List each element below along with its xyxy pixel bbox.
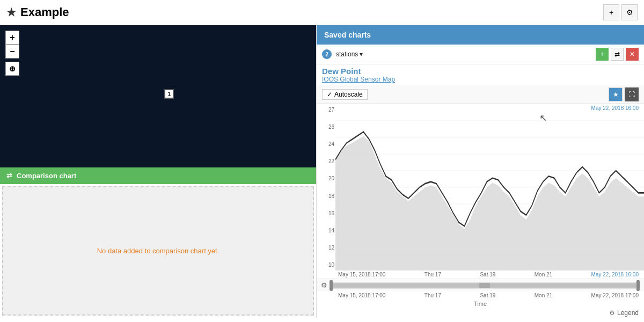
- stations-text: stations: [336, 50, 358, 58]
- x-label-mon21: Mon 21: [535, 272, 552, 277]
- chart-add-button[interactable]: +: [596, 48, 609, 61]
- x-bottom-mon21: Mon 21: [535, 292, 552, 298]
- range-slider[interactable]: [330, 282, 640, 289]
- y-label-24: 24: [317, 141, 334, 147]
- page-title: ★ Example: [6, 5, 69, 19]
- star-icon: ★: [6, 6, 16, 19]
- chart-top-right: + ⇄ ✕: [596, 48, 639, 61]
- station-badge: 2: [322, 49, 332, 59]
- legend-label: Legend: [617, 309, 639, 317]
- svg-marker-9: [335, 136, 644, 270]
- chart-title: Dew Point: [322, 67, 639, 76]
- y-label-10: 10: [317, 262, 334, 268]
- x-bottom-may15: May 15, 2018 17:00: [338, 292, 385, 298]
- x-label-thu17: Thu 17: [425, 272, 441, 277]
- x-bottom-sat19: Sat 19: [480, 292, 495, 298]
- range-center-handle[interactable]: [479, 283, 490, 288]
- chart-title-row: Dew Point IOOS Global Sensor Map: [317, 64, 644, 85]
- left-panel: + − ⊕ 1 ⇄ Comparison chart No data added…: [0, 25, 317, 318]
- chart-close-button[interactable]: ✕: [626, 48, 639, 61]
- zoom-box-button[interactable]: ⊕: [5, 62, 19, 76]
- chart-subtitle[interactable]: IOOS Global Sensor Map: [322, 76, 639, 83]
- x-axis-top-labels: May 15, 2018 17:00 Thu 17 Sat 19 Mon 21 …: [317, 270, 644, 279]
- stations-label[interactable]: stations ▾: [336, 50, 363, 58]
- x-label-may22-end: May 22, 2018 16:00: [591, 272, 639, 277]
- saved-charts-header: Saved charts: [317, 25, 644, 45]
- top-bar: ★ Example + ⚙: [0, 0, 644, 25]
- top-actions: + ⚙: [603, 4, 638, 20]
- range-gear-icon[interactable]: ⚙: [321, 281, 327, 289]
- main-content: + − ⊕ 1 ⇄ Comparison chart No data added…: [0, 25, 644, 318]
- y-label-16: 16: [317, 210, 334, 216]
- legend-row: ⚙ Legend: [317, 308, 644, 318]
- y-label-27: 27: [317, 107, 334, 113]
- autoscale-label: Autoscale: [334, 91, 363, 98]
- chart-section: 2 stations ▾ + ⇄ ✕ Dew Point IOOS Global…: [317, 45, 644, 318]
- map-marker[interactable]: 1: [164, 89, 174, 99]
- chart-shuffle-button[interactable]: ⇄: [611, 48, 624, 61]
- chart-svg: [335, 104, 644, 270]
- y-label-20: 20: [317, 175, 334, 181]
- x-bottom-may22: May 22, 2018 17:00: [591, 292, 639, 298]
- autoscale-button[interactable]: ✓ Autoscale: [322, 89, 368, 100]
- y-label-18: 18: [317, 193, 334, 199]
- map-controls: + − ⊕: [5, 31, 19, 76]
- x-bottom-thu17: Thu 17: [425, 292, 441, 298]
- y-label-12: 12: [317, 245, 334, 251]
- range-handle-right[interactable]: [636, 280, 640, 291]
- y-label-14: 14: [317, 228, 334, 233]
- x-axis-bottom-labels: May 15, 2018 17:00 Thu 17 Sat 19 Mon 21 …: [317, 291, 644, 299]
- comparison-panel: ⇄ Comparison chart No data added to comp…: [0, 167, 316, 318]
- right-panel: Saved charts 2 stations ▾ + ⇄ ✕: [317, 25, 644, 318]
- toolbar-right: ★ ⛶: [609, 87, 639, 101]
- add-button[interactable]: +: [603, 4, 619, 20]
- chart-area: ↖ 27 26 24 22 20 18 16 14 12 10 May 22, …: [317, 104, 644, 270]
- zoom-out-button[interactable]: −: [5, 45, 19, 58]
- chart-top-bar: 2 stations ▾ + ⇄ ✕: [317, 45, 644, 64]
- legend-gear-icon: ⚙: [609, 309, 615, 317]
- range-handle-left[interactable]: [330, 280, 333, 291]
- title-text: Example: [20, 5, 69, 19]
- chart-range-bar[interactable]: ⚙: [317, 279, 644, 291]
- settings-button[interactable]: ⚙: [621, 4, 638, 20]
- chart-toolbar: ✓ Autoscale ★ ⛶: [317, 85, 644, 104]
- comparison-icon: ⇄: [6, 172, 12, 180]
- expand-button[interactable]: ⛶: [625, 87, 639, 101]
- comparison-empty-text: No data added to comparison chart yet.: [97, 247, 219, 255]
- zoom-in-button[interactable]: +: [5, 31, 19, 45]
- x-label-may15: May 15, 2018 17:00: [338, 272, 385, 277]
- comparison-header: ⇄ Comparison chart: [0, 167, 316, 184]
- map-container: + − ⊕ 1: [0, 25, 316, 167]
- comparison-title: Comparison chart: [17, 172, 76, 180]
- comparison-body: No data added to comparison chart yet.: [2, 186, 314, 316]
- y-axis-labels: 27 26 24 22 20 18 16 14 12 10: [317, 104, 335, 270]
- stations-dropdown-arrow: ▾: [360, 50, 363, 58]
- y-label-22: 22: [317, 158, 334, 164]
- star-save-button[interactable]: ★: [609, 87, 623, 101]
- time-axis-label: Time: [317, 299, 644, 308]
- chart-top-left: 2 stations ▾: [322, 49, 363, 59]
- y-label-26: 26: [317, 124, 334, 130]
- autoscale-check: ✓: [327, 91, 332, 98]
- x-label-sat19: Sat 19: [480, 272, 495, 277]
- legend-button[interactable]: ⚙ Legend: [609, 309, 639, 317]
